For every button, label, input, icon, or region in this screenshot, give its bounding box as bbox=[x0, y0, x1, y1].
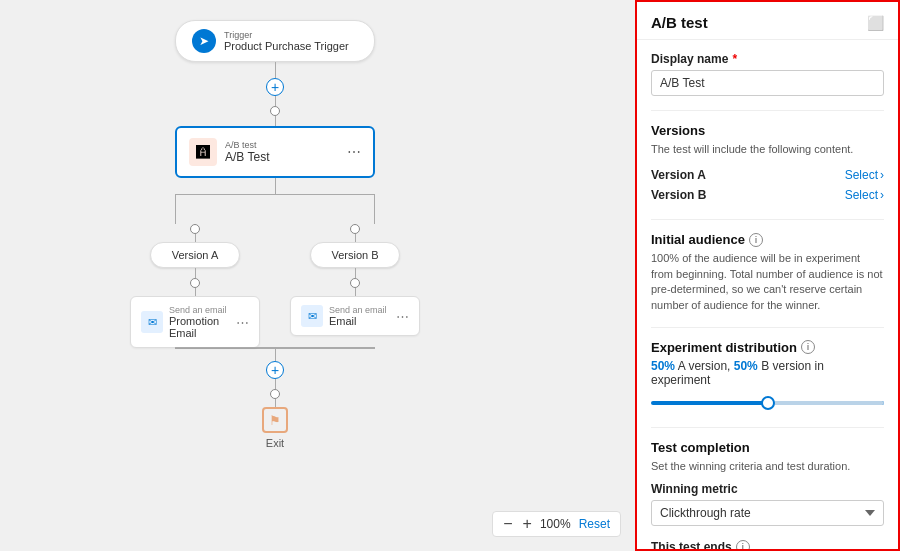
version-b-dot bbox=[350, 224, 360, 234]
divider-3 bbox=[651, 327, 884, 328]
add-button-1[interactable]: + bbox=[266, 78, 284, 96]
versions-title: Versions bbox=[651, 123, 884, 138]
version-a-column: Version A ✉ Send an email Promotion Emai… bbox=[130, 224, 260, 348]
test-completion-group: Test completion Set the winning criteria… bbox=[651, 440, 884, 549]
version-b-label: Version B bbox=[651, 188, 706, 202]
divider-4 bbox=[651, 427, 884, 428]
divider-1 bbox=[651, 110, 884, 111]
display-name-group: Display name * bbox=[651, 52, 884, 96]
email-node-left[interactable]: ✉ Send an email Promotion Email ⋯ bbox=[130, 296, 260, 348]
panel-title: A/B test bbox=[651, 14, 708, 31]
flow-canvas: ➤ Trigger Product Purchase Trigger + 🅰 A… bbox=[0, 0, 635, 551]
trigger-node[interactable]: ➤ Trigger Product Purchase Trigger bbox=[175, 20, 375, 62]
distribution-info-icon[interactable]: i bbox=[801, 340, 815, 354]
exit-dot bbox=[270, 389, 280, 399]
initial-audience-desc: 100% of the audience will be in experime… bbox=[651, 251, 884, 313]
slider-thumb[interactable] bbox=[761, 396, 775, 410]
display-name-label: Display name * bbox=[651, 52, 884, 66]
divider-2 bbox=[651, 219, 884, 220]
panel-header: A/B test ⬜ bbox=[637, 2, 898, 40]
zoom-minus-button[interactable]: − bbox=[501, 516, 514, 532]
version-a-dot bbox=[190, 224, 200, 234]
test-completion-desc: Set the winning criteria and test durati… bbox=[651, 459, 884, 474]
connector-line-3 bbox=[275, 116, 276, 126]
ab-node-label-main: A/B Test bbox=[225, 150, 339, 164]
this-test-ends-group: This test ends i Automatically (on stati… bbox=[651, 540, 884, 549]
right-panel: A/B test ⬜ Display name * Versions The t… bbox=[635, 0, 900, 551]
zoom-plus-button[interactable]: + bbox=[521, 516, 534, 532]
test-completion-title: Test completion bbox=[651, 440, 884, 455]
connector-dot-1 bbox=[270, 106, 280, 116]
email-small-left: Send an email bbox=[169, 305, 230, 315]
required-star: * bbox=[732, 52, 737, 66]
winning-metric-select[interactable]: Clickthrough rate Open rate Conversion r… bbox=[651, 500, 884, 526]
zoom-reset-button[interactable]: Reset bbox=[577, 517, 612, 531]
distribution-label: 50% A version, 50% B version in experime… bbox=[651, 359, 884, 387]
initial-audience-group: Initial audience i 100% of the audience … bbox=[651, 232, 884, 313]
connector-line-2 bbox=[275, 96, 276, 106]
exit-label: Exit bbox=[266, 437, 284, 449]
zoom-controls: − + 100% Reset bbox=[492, 511, 621, 537]
experiment-distribution-group: Experiment distribution i 50% A version,… bbox=[651, 340, 884, 413]
winning-metric-group: Winning metric Clickthrough rate Open ra… bbox=[651, 482, 884, 526]
version-a-select[interactable]: Select › bbox=[845, 168, 884, 182]
slider-track-right bbox=[768, 401, 885, 405]
this-test-ends-label: This test ends i bbox=[651, 540, 884, 549]
zoom-level: 100% bbox=[540, 517, 571, 531]
version-a-label: Version A bbox=[651, 168, 706, 182]
version-b-row: Version B Select › bbox=[651, 185, 884, 205]
winning-metric-label: Winning metric bbox=[651, 482, 884, 496]
trigger-icon: ➤ bbox=[192, 29, 216, 53]
initial-audience-info-icon[interactable]: i bbox=[749, 233, 763, 247]
branch-bracket-bottom bbox=[175, 347, 375, 348]
connector-line-4 bbox=[275, 178, 276, 194]
email-menu-right[interactable]: ⋯ bbox=[396, 309, 409, 324]
ab-icon: 🅰 bbox=[189, 138, 217, 166]
email-small-right: Send an email bbox=[329, 305, 390, 315]
initial-audience-title: Initial audience i bbox=[651, 232, 884, 247]
trigger-label-small: Trigger bbox=[224, 30, 349, 40]
email-title-left: Promotion Email bbox=[169, 315, 230, 339]
exit-node: ⚑ Exit bbox=[262, 407, 288, 449]
distribution-slider-container bbox=[651, 393, 884, 413]
version-a-dot-2 bbox=[190, 278, 200, 288]
test-ends-info-icon[interactable]: i bbox=[736, 540, 750, 549]
email-node-right[interactable]: ✉ Send an email Email ⋯ bbox=[290, 296, 420, 336]
email-icon-right: ✉ bbox=[301, 305, 323, 327]
version-a-row: Version A Select › bbox=[651, 165, 884, 185]
connector-line-1 bbox=[275, 62, 276, 78]
version-a-node[interactable]: Version A bbox=[150, 242, 240, 268]
email-menu-left[interactable]: ⋯ bbox=[236, 315, 249, 330]
trigger-label-main: Product Purchase Trigger bbox=[224, 40, 349, 52]
version-b-select[interactable]: Select › bbox=[845, 188, 884, 202]
email-icon-left: ✉ bbox=[141, 311, 163, 333]
ab-node-label-small: A/B test bbox=[225, 140, 339, 150]
version-b-dot-2 bbox=[350, 278, 360, 288]
panel-body: Display name * Versions The test will in… bbox=[637, 40, 898, 549]
experiment-distribution-title: Experiment distribution i bbox=[651, 340, 884, 355]
slider-track bbox=[651, 401, 884, 405]
panel-expand-button[interactable]: ⬜ bbox=[867, 15, 884, 31]
display-name-input[interactable] bbox=[651, 70, 884, 96]
ab-node-menu[interactable]: ⋯ bbox=[347, 144, 361, 160]
email-title-right: Email bbox=[329, 315, 390, 327]
version-b-column: Version B ✉ Send an email Email ⋯ bbox=[290, 224, 420, 348]
add-button-2[interactable]: + bbox=[266, 361, 284, 379]
version-b-node[interactable]: Version B bbox=[310, 242, 400, 268]
versions-desc: The test will include the following cont… bbox=[651, 142, 884, 157]
versions-group: Versions The test will include the follo… bbox=[651, 123, 884, 205]
exit-icon: ⚑ bbox=[262, 407, 288, 433]
ab-test-node[interactable]: 🅰 A/B test A/B Test ⋯ bbox=[175, 126, 375, 178]
